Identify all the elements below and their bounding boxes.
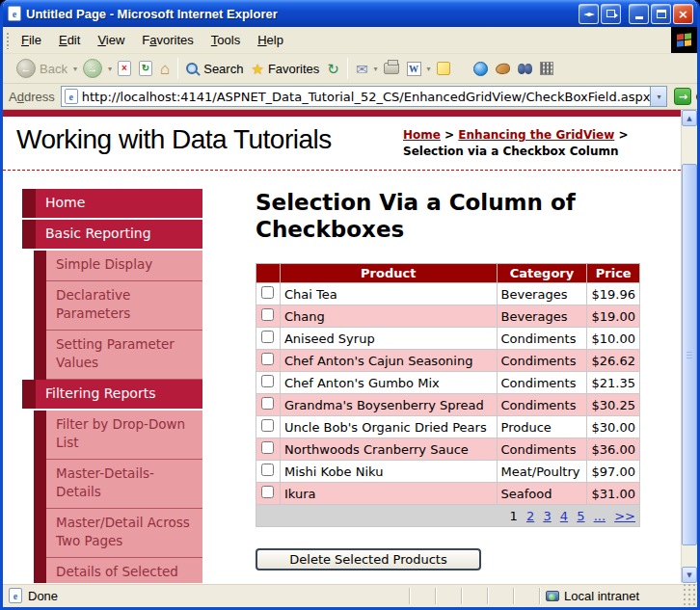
- status-pane: [435, 588, 461, 604]
- binoculars-button[interactable]: [514, 62, 536, 76]
- breadcrumb-link-enhancing[interactable]: Enhancing the GridView: [458, 128, 614, 142]
- mail-dropdown[interactable]: ▾: [372, 65, 380, 73]
- address-dropdown-button[interactable]: ▾: [650, 87, 666, 106]
- row-checkbox[interactable]: [261, 353, 274, 365]
- edit-dropdown[interactable]: ▾: [425, 65, 433, 73]
- encoding-button[interactable]: [536, 60, 557, 77]
- page-viewport: Working with Data Tutorials Home > Enhan…: [3, 110, 697, 583]
- sidebar-item[interactable]: Setting Parameter Values: [34, 331, 202, 380]
- refresh-button[interactable]: ↻: [135, 59, 156, 78]
- security-zone-label: Local intranet: [564, 589, 639, 603]
- research-button[interactable]: [492, 62, 514, 76]
- price-cell: $36.00: [587, 438, 640, 461]
- sidebar-item[interactable]: Home: [22, 189, 202, 218]
- stop-button[interactable]: ×: [114, 59, 135, 78]
- history-button[interactable]: ↻: [323, 60, 343, 78]
- home-button[interactable]: ⌂: [156, 59, 174, 79]
- pager-page-link[interactable]: 2: [526, 509, 534, 523]
- toolbar-grip[interactable]: [5, 31, 11, 49]
- sidebar-item[interactable]: Simple Display: [34, 251, 202, 281]
- menu-item[interactable]: Edit: [50, 29, 89, 51]
- sidebar-nav: Home Basic Reporting Simple Display: [22, 189, 202, 583]
- accessory-capture-button[interactable]: [601, 4, 621, 24]
- pager-page-link[interactable]: 4: [560, 509, 568, 523]
- scroll-down-button[interactable]: ▼: [682, 567, 697, 583]
- product-column-header: Product: [280, 264, 497, 283]
- table-row: Ikura Seafood $31.00: [256, 483, 640, 505]
- category-cell: Meat/Poultry: [497, 461, 587, 483]
- table-row: Aniseed Syrup Condiments $10.00: [256, 328, 640, 350]
- scroll-up-button[interactable]: ▲: [682, 110, 697, 126]
- resize-grip[interactable]: [684, 584, 697, 607]
- menu-item[interactable]: Tools: [202, 29, 249, 51]
- messenger-button[interactable]: [470, 60, 492, 78]
- back-button[interactable]: ← Back: [13, 57, 71, 80]
- edit-with-word-button[interactable]: W: [403, 60, 425, 78]
- close-button[interactable]: ×: [673, 4, 693, 24]
- back-icon: ←: [16, 59, 36, 78]
- forward-icon: →: [83, 59, 102, 78]
- menu-item[interactable]: Favorites: [133, 29, 202, 51]
- local-intranet-icon: [546, 591, 559, 601]
- category-cell: Condiments: [497, 438, 587, 461]
- mail-button[interactable]: ✉: [352, 60, 372, 78]
- sidebar-item[interactable]: Details of Selected Row: [34, 558, 202, 583]
- pager-page-link[interactable]: >>: [614, 509, 635, 523]
- sidebar-item[interactable]: Basic Reporting: [22, 220, 202, 249]
- go-button[interactable]: → Go: [674, 88, 700, 105]
- breadcrumb: Home > Enhancing the GridView > Selectio…: [403, 127, 671, 160]
- sidebar-item[interactable]: Filtering Reports: [22, 380, 202, 409]
- vertical-scrollbar[interactable]: ▲ ▼: [681, 110, 697, 583]
- window-controls: ◄► ×: [579, 4, 693, 24]
- row-checkbox[interactable]: [261, 397, 274, 410]
- forward-button[interactable]: →: [79, 57, 106, 80]
- row-checkbox[interactable]: [261, 308, 274, 321]
- breadcrumb-link-home[interactable]: Home: [403, 128, 441, 142]
- row-checkbox[interactable]: [261, 331, 274, 343]
- row-checkbox[interactable]: [261, 464, 274, 476]
- discuss-button[interactable]: [433, 60, 454, 77]
- menu-item[interactable]: Help: [249, 29, 292, 51]
- product-cell: Ikura: [280, 483, 497, 505]
- site-title: Working with Data Tutorials: [16, 124, 332, 155]
- pager-page-link[interactable]: 3: [543, 509, 551, 523]
- home-icon: ⌂: [160, 61, 170, 77]
- row-checkbox[interactable]: [261, 419, 274, 432]
- standard-buttons-toolbar: ← Back ▾ → ▾ × ↻ ⌂ Search ★ Favorites ↻: [3, 54, 697, 84]
- maximize-button[interactable]: [651, 4, 671, 24]
- pager-page-link[interactable]: ...: [594, 509, 606, 523]
- forward-dropdown[interactable]: ▾: [106, 65, 114, 73]
- favorites-star-icon: ★: [251, 62, 263, 76]
- menu-item[interactable]: File: [13, 29, 50, 51]
- back-dropdown[interactable]: ▾: [71, 65, 79, 73]
- search-icon: [186, 63, 198, 74]
- minimize-button[interactable]: [629, 4, 649, 24]
- address-url[interactable]: http://localhost:4141/ASPNET_Data_Tutori…: [82, 90, 651, 104]
- row-checkbox[interactable]: [261, 486, 274, 498]
- sidebar-item[interactable]: Declarative Parameters: [34, 281, 202, 331]
- binoculars-icon: [518, 64, 532, 74]
- print-button[interactable]: [380, 61, 403, 76]
- row-checkbox[interactable]: [261, 286, 274, 299]
- category-cell: Condiments: [497, 394, 587, 416]
- messenger-globe-icon: [473, 62, 488, 76]
- sidebar-item[interactable]: Master/Detail Across Two Pages: [34, 509, 202, 558]
- sidebar-item[interactable]: Master-Details-Details: [34, 460, 202, 509]
- delete-selected-products-button[interactable]: Delete Selected Products: [256, 548, 481, 570]
- favorites-button[interactable]: ★ Favorites: [247, 60, 323, 78]
- row-checkbox[interactable]: [261, 375, 274, 387]
- row-checkbox[interactable]: [261, 441, 274, 454]
- accessory-arrows-button[interactable]: ◄►: [579, 4, 599, 24]
- row-checkbox-cell: [256, 305, 281, 328]
- search-button[interactable]: Search: [182, 60, 247, 78]
- scrollbar-thumb[interactable]: [682, 164, 697, 545]
- status-message-pane: e Done: [3, 588, 409, 603]
- ie-page-icon: e: [9, 588, 22, 603]
- sidebar-item[interactable]: Filter by Drop-Down List: [34, 411, 202, 460]
- window-arrow-icon: [606, 10, 615, 17]
- nav-accent-strip: [34, 509, 46, 558]
- pager-page-link[interactable]: 1: [510, 509, 518, 523]
- menu-item[interactable]: View: [89, 29, 133, 51]
- address-field[interactable]: e http://localhost:4141/ASPNET_Data_Tuto…: [61, 86, 668, 107]
- pager-page-link[interactable]: 5: [577, 509, 584, 523]
